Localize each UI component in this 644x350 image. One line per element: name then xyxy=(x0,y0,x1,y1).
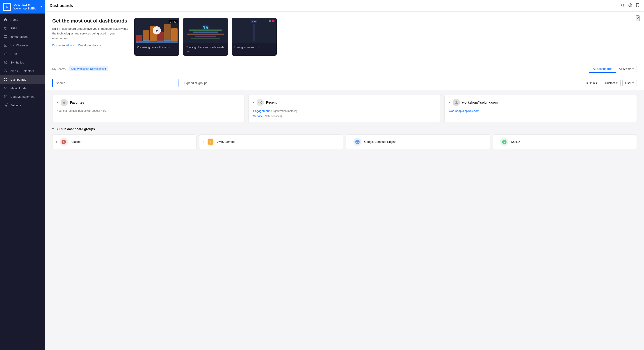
user-title: workshop@splunk.com xyxy=(462,101,498,104)
sidebar-item-synthetics[interactable]: Synthetics xyxy=(0,58,45,67)
my-teams-section: My Teams: S4R-Workshop-Development xyxy=(52,66,108,71)
nginx-expand-icon: › xyxy=(497,140,498,143)
apache-icon: A xyxy=(60,138,68,146)
svg-text:λ: λ xyxy=(210,141,211,143)
banner-title: Get the most out of dashboards xyxy=(52,18,129,24)
sidebar-item-settings[interactable]: Settings › xyxy=(0,101,45,109)
groups-header[interactable]: ▾ Built-in dashboard groups xyxy=(52,127,637,131)
tab-all-dashboards[interactable]: All dashboards xyxy=(589,65,616,73)
svg-rect-12 xyxy=(4,78,6,79)
group-card-apache[interactable]: › A Apache xyxy=(52,134,196,149)
sidebar-nav: Home APM Infrastructure Log Observer RUM xyxy=(0,13,45,111)
lambda-icon: λ xyxy=(207,138,215,146)
expand-groups-link[interactable]: Expand all groups xyxy=(184,81,207,85)
chevron-down-icon: ▾ xyxy=(596,81,597,85)
sidebar: S Observability Workshop EMEA ▾ Home APM… xyxy=(0,0,45,350)
video-badge-visualizing: 23:42 xyxy=(168,20,178,23)
filter-bar: My Teams: S4R-Workshop-Development All d… xyxy=(45,62,644,76)
lambda-name: AWS Lambda xyxy=(218,140,236,143)
search-input-wrapper xyxy=(52,79,178,87)
favorites-chevron-icon[interactable]: ▾ xyxy=(57,101,58,104)
chevron-down-icon: ▾ xyxy=(616,81,618,85)
play-button-visualizing[interactable]: ▶ xyxy=(153,26,161,34)
view-tabs: All dashboards All Teams ▾ xyxy=(589,65,637,73)
sidebar-item-data-management[interactable]: Data Management xyxy=(0,92,45,101)
favorites-card: ▾ Favorites Your starred dashboards will… xyxy=(52,95,245,123)
sidebar-item-alerts-detectors[interactable]: Alerts & Detectors xyxy=(0,67,45,75)
svg-point-16 xyxy=(4,87,6,89)
engagement-meta: (Organization metrics) xyxy=(270,109,297,113)
banner-section: Get the most out of dashboards Built-in … xyxy=(45,12,644,62)
banner-close-button[interactable]: × xyxy=(636,15,640,21)
group-card-aws-lambda[interactable]: › λ AWS Lambda xyxy=(199,134,344,149)
svg-text:N: N xyxy=(504,141,505,143)
filter-built-in-button[interactable]: Built-in ▾ xyxy=(583,80,600,86)
video-card-body-visualizing: Visualizing data with charts → xyxy=(134,43,179,51)
chevron-down-icon: ▾ xyxy=(632,67,634,71)
search-icon[interactable] xyxy=(620,3,624,8)
video-card-linking[interactable]: Linking to teams → xyxy=(232,18,277,56)
video-thumb-creating: 15 xyxy=(183,18,228,43)
user-icon xyxy=(453,99,460,106)
svg-text:A: A xyxy=(63,141,65,143)
sidebar-item-rum[interactable]: RUM xyxy=(0,49,45,58)
apache-name: Apache xyxy=(70,140,80,143)
log-observer-icon xyxy=(4,43,8,47)
sidebar-item-infrastructure[interactable]: Infrastructure xyxy=(0,32,45,41)
recent-card: ▾ Recent Engagement (Organization metric… xyxy=(248,95,441,123)
documentation-link[interactable]: Documentation ↗ xyxy=(52,44,74,47)
settings-notification-dot xyxy=(6,103,8,104)
groups-title: Built-in dashboard groups xyxy=(56,127,95,131)
sidebar-item-log-observer[interactable]: Log Observer xyxy=(0,41,45,49)
favorites-card-header: ▾ Favorites xyxy=(57,99,240,106)
sidebar-item-dashboards[interactable]: Dashboards xyxy=(0,75,45,84)
filter-user-button[interactable]: User ▾ xyxy=(622,80,637,86)
nginx-icon: N xyxy=(500,138,508,146)
home-icon xyxy=(4,17,8,22)
sidebar-item-apm[interactable]: APM xyxy=(0,24,45,32)
content-area: Get the most out of dashboards Built-in … xyxy=(45,12,644,350)
arrow-icon-visualizing: → xyxy=(172,45,175,49)
user-chevron-icon[interactable]: ▾ xyxy=(449,101,450,104)
favorites-body: Your starred dashboards will appear here… xyxy=(57,109,240,113)
nginx-name: NGINX xyxy=(511,140,520,143)
service-meta: (APM services) xyxy=(264,115,282,118)
user-body: workshop@splunk.com xyxy=(449,109,632,113)
team-badge[interactable]: S4R-Workshop-Development xyxy=(69,66,108,71)
gce-icon: GCE xyxy=(353,138,362,146)
workspace-header[interactable]: S Observability Workshop EMEA ▾ xyxy=(0,0,45,13)
gce-name: Google Compute Engine xyxy=(364,140,396,143)
service-link[interactable]: Service xyxy=(253,114,263,118)
recent-card-header: ▾ Recent xyxy=(253,99,436,106)
user-dashboard-link[interactable]: workshop@splunk.com xyxy=(449,109,480,113)
svg-rect-13 xyxy=(6,78,7,79)
bookmark-icon[interactable] xyxy=(636,3,640,8)
main-content: Dashboards Get the most out of dashboard… xyxy=(45,0,644,350)
video-card-creating[interactable]: 15 Creating charts and dashboards → xyxy=(183,18,228,56)
developer-docs-link[interactable]: Developer docs ↗ xyxy=(78,44,101,47)
banner-links: Documentation ↗ Developer docs ↗ xyxy=(52,44,129,47)
groups-chevron-icon: ▾ xyxy=(52,127,54,130)
data-management-icon xyxy=(4,95,8,99)
group-card-gce[interactable]: › GCE Google Compute Engine xyxy=(346,134,490,149)
search-bar: Expand all groups Built-in ▾ Custom ▾ Us… xyxy=(45,76,644,90)
filter-custom-button[interactable]: Custom ▾ xyxy=(602,80,620,86)
favorites-icon xyxy=(60,99,68,106)
settings-chevron-icon: › xyxy=(40,104,42,106)
video-cards-container: ▶ 23:42 Visualizing data with charts → 1… xyxy=(134,18,637,56)
recent-icon xyxy=(257,99,264,106)
sidebar-item-metric-finder[interactable]: Metric Finder xyxy=(0,84,45,92)
filter-buttons: Built-in ▾ Custom ▾ User ▾ xyxy=(583,80,637,86)
group-card-nginx[interactable]: › N NGINX xyxy=(493,134,637,149)
engagement-link[interactable]: Engagement xyxy=(253,109,270,113)
dashboards-icon xyxy=(4,77,8,81)
search-input[interactable] xyxy=(52,79,178,87)
svg-line-17 xyxy=(6,88,7,89)
all-teams-button[interactable]: All Teams ▾ xyxy=(616,66,637,72)
sidebar-item-home[interactable]: Home xyxy=(0,15,45,24)
video-card-visualizing[interactable]: ▶ 23:42 Visualizing data with charts → xyxy=(134,18,179,56)
recent-chevron-icon[interactable]: ▾ xyxy=(253,101,254,104)
add-icon[interactable] xyxy=(628,3,632,8)
infrastructure-icon xyxy=(4,35,8,39)
synthetics-icon xyxy=(4,60,8,64)
